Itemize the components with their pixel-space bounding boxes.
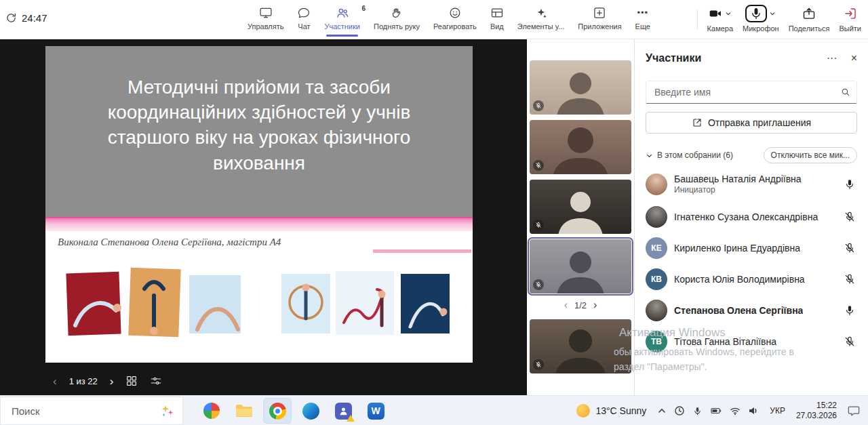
section-chevron-down-icon[interactable] xyxy=(646,153,653,159)
camera-chevron-icon[interactable] xyxy=(725,11,732,16)
apps-icon xyxy=(593,6,606,20)
participant-row[interactable]: Башавець Наталія Андріївна Инициатор xyxy=(646,167,857,201)
mic-muted-icon[interactable] xyxy=(844,273,857,285)
system-tray xyxy=(657,405,759,416)
meeting-elements-button[interactable]: Элементы у... xyxy=(513,3,569,34)
copilot-sparkle-icon[interactable] xyxy=(159,404,176,418)
share-screen-label: Поделиться xyxy=(789,24,830,33)
colorful-pinwheel-app-icon[interactable] xyxy=(198,399,225,423)
video-thumbnails-strip: ‹ 1/2 › xyxy=(527,39,634,395)
slide-pink-band xyxy=(45,217,473,231)
panel-close-icon[interactable]: × xyxy=(851,53,857,64)
manage-button[interactable]: Управлять xyxy=(243,3,288,34)
in-meeting-section: В этом собрании (6) Отключить все мик... xyxy=(646,147,857,163)
teams-icon[interactable] xyxy=(330,399,357,423)
mic-muted-icon[interactable] xyxy=(844,242,857,254)
microphone-chevron-icon[interactable] xyxy=(769,11,776,16)
leave-icon xyxy=(844,7,857,20)
mic-muted-icon[interactable] xyxy=(844,211,857,223)
slide-pink-decoration xyxy=(373,249,471,253)
apps-label: Приложения xyxy=(578,22,621,31)
weather-widget[interactable]: 13°C Sunny xyxy=(576,404,646,418)
wifi-icon[interactable] xyxy=(730,405,741,416)
participant-role: Инициатор xyxy=(674,185,802,196)
send-invitation-button[interactable]: Отправка приглашения xyxy=(646,112,857,134)
participant-row[interactable]: КЕ Кириленко Ірина Едуардівна xyxy=(646,232,857,264)
camera-button[interactable]: Камера xyxy=(705,3,736,35)
video-page-next-icon[interactable]: › xyxy=(593,299,597,311)
mic-on-icon[interactable] xyxy=(844,178,857,190)
participant-name: Користа Юлія Володимирівна xyxy=(674,273,805,285)
word-icon[interactable]: W xyxy=(362,399,389,423)
share-screen-button[interactable]: Поделиться xyxy=(786,3,833,35)
video-tile[interactable] xyxy=(530,180,631,234)
tray-clock-icon[interactable] xyxy=(674,405,685,416)
mute-all-button[interactable]: Отключить все мик... xyxy=(764,147,857,163)
participant-row[interactable]: ТВ Тітова Ганна Віталіївна xyxy=(646,326,857,357)
notifications-icon[interactable] xyxy=(848,405,860,417)
muted-mic-badge-icon xyxy=(533,100,544,111)
participant-row[interactable]: Степанова Олена Сергіївна xyxy=(646,295,857,326)
participant-name: Ігнатенко Сузана Олександрівна xyxy=(674,211,818,223)
more-button[interactable]: ••• Еще xyxy=(631,3,655,34)
raise-hand-button[interactable]: Поднять руку xyxy=(369,3,425,34)
taskbar-clock[interactable]: 15:22 27.03.2026 xyxy=(796,401,837,421)
manage-label: Управлять xyxy=(248,22,283,31)
chrome-icon[interactable] xyxy=(263,398,292,424)
slide-navigation: ‹ 1 из 22 › xyxy=(53,375,162,387)
panel-more-icon[interactable]: ··· xyxy=(827,53,837,64)
slide-subtitle: Виконала Степанова Олена Сергіївна, магі… xyxy=(58,237,473,248)
meeting-timer-value: 24:47 xyxy=(22,12,47,24)
participants-button[interactable]: 6 Участники xyxy=(319,3,365,34)
tray-chevron-up-icon[interactable] xyxy=(657,407,667,415)
participants-panel: Участники ··· × Отправка приглашения В э… xyxy=(634,39,868,395)
video-tile-selected[interactable] xyxy=(530,239,631,294)
search-icon[interactable] xyxy=(840,87,851,98)
volume-icon[interactable] xyxy=(748,405,759,416)
share-invite-icon xyxy=(692,117,703,128)
language-indicator[interactable]: УКР xyxy=(770,406,785,416)
react-button[interactable]: Реагировать xyxy=(429,3,481,34)
avatar xyxy=(646,300,667,321)
react-icon xyxy=(448,6,462,20)
battery-icon[interactable] xyxy=(710,405,722,416)
taskbar-search-input[interactable] xyxy=(10,405,159,418)
taskbar-time: 15:22 xyxy=(816,401,837,410)
gymnasts-illustration xyxy=(45,260,473,348)
avatar-initials: КЕ xyxy=(646,237,667,259)
grid-view-icon[interactable] xyxy=(125,375,138,387)
video-tile[interactable] xyxy=(530,120,631,174)
tray-mic-icon[interactable] xyxy=(692,406,703,416)
previous-slide-icon[interactable]: ‹ xyxy=(53,376,57,387)
taskbar-apps: W xyxy=(198,398,389,424)
microphone-label: Микрофон xyxy=(743,24,779,33)
toolbar-buttons: Управлять Чат 6 Участники Поднять руку Р… xyxy=(243,3,655,34)
video-tile[interactable] xyxy=(530,60,631,115)
file-explorer-icon[interactable] xyxy=(231,399,258,423)
avatar-initials: КВ xyxy=(646,268,667,290)
view-button[interactable]: Вид xyxy=(486,3,509,34)
avatar xyxy=(646,174,667,195)
shared-content-stage: Методичні прийоми та засоби координаційн… xyxy=(0,39,527,395)
mic-muted-icon[interactable] xyxy=(844,336,857,348)
mic-on-icon[interactable] xyxy=(844,304,857,317)
raise-hand-label: Поднять руку xyxy=(374,22,420,31)
slide-page-indicator: 1 из 22 xyxy=(69,376,98,386)
participants-label: Участники xyxy=(324,22,360,31)
next-slide-icon[interactable]: › xyxy=(110,376,114,387)
participant-row[interactable]: КВ Користа Юлія Володимирівна xyxy=(646,264,857,295)
avatar-initials: ТВ xyxy=(646,331,667,352)
participant-search-input[interactable] xyxy=(653,86,840,98)
leave-button[interactable]: Выйти xyxy=(836,3,864,35)
teal-swirl-app-icon[interactable] xyxy=(297,399,324,423)
chat-button[interactable]: Чат xyxy=(292,3,315,34)
microphone-button[interactable]: Микрофон xyxy=(740,3,782,35)
participant-row[interactable]: Ігнатенко Сузана Олександрівна xyxy=(646,201,857,232)
video-tile[interactable] xyxy=(530,319,631,373)
video-page-previous-icon[interactable]: ‹ xyxy=(564,299,568,311)
in-meeting-label[interactable]: В этом собрании (6) xyxy=(657,150,733,160)
more-label: Еще xyxy=(635,22,650,31)
camera-label: Камера xyxy=(707,24,733,33)
slide-settings-icon[interactable] xyxy=(150,375,162,387)
apps-button[interactable]: Приложения xyxy=(573,3,626,34)
